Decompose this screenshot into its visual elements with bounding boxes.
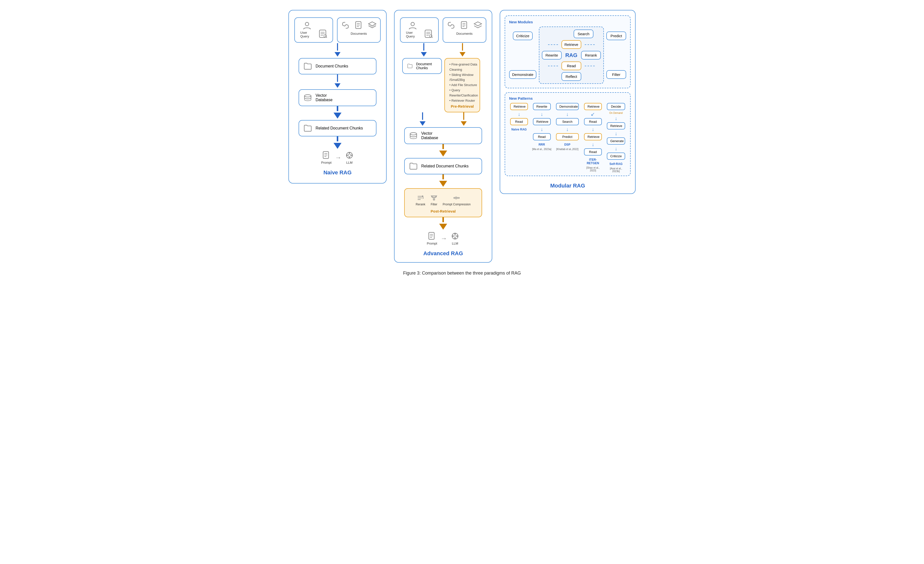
naive-arrow4 [333, 136, 342, 150]
naive-doc-chunks-box: Document Chunks [298, 58, 376, 74]
bullet2: • Sliding Window /Small2Big [449, 72, 478, 83]
reflect-row: Reflect [542, 72, 601, 81]
dashed-right-read [585, 66, 595, 66]
adv-rerank-icon-col: Rerank [416, 194, 425, 206]
adv-related-chunks-icon [409, 162, 418, 170]
dsp-predict-box: Predict [556, 133, 579, 140]
svg-point-19 [348, 154, 351, 156]
dsp-demonstrate-label: Demonstrate [560, 105, 578, 108]
naive-gray-arrow: → [335, 154, 342, 162]
selfrag-arrow-1: ↓ [615, 116, 617, 121]
adv-link-icon-col [447, 21, 456, 30]
selfrag-criticize-label: Criticize [610, 154, 622, 158]
iter-read1-box: Read [584, 118, 602, 125]
adv-document-icon [460, 21, 469, 30]
svg-point-56 [454, 235, 456, 237]
naive-rag-title: Naive RAG [323, 170, 352, 176]
predict-label: Predict [610, 34, 622, 38]
modular-rag-panel: New Modules Criticize Demonstrate [500, 10, 636, 194]
adv-pre-retrieval-bullets: • Fine-grained Data Cleaning • Sliding W… [449, 62, 478, 103]
adv-filter-label: Filter [431, 202, 438, 206]
adv-vector-db-box: VectorDatabase [404, 127, 482, 144]
reflect-box: Reflect [561, 72, 581, 81]
doc-icon-col [354, 21, 363, 30]
adv-post-retrieval-box: Rerank Filter [404, 188, 482, 217]
svg-point-63 [452, 236, 453, 237]
naive-llm-label: LLM [346, 161, 352, 165]
adv-blue-arrow1 [421, 43, 427, 58]
adv-prompt-label: Prompt [427, 242, 437, 245]
selfrag-pattern-label: Self-RAG [609, 162, 623, 166]
rrr-retrieve-box: Retrieve [533, 118, 551, 125]
adv-related-chunks-box: Related Document Chunks [404, 158, 482, 174]
naive-arrow-1: ↓ [518, 112, 520, 117]
naive-related-chunks-label: Related Document Chunks [315, 126, 363, 130]
criticize-label: Criticize [516, 34, 529, 38]
link-icon [341, 21, 350, 30]
adv-user-label: User Query [406, 31, 419, 38]
naive-llm-col: LLM [345, 151, 354, 165]
adv-doc-icon-col [460, 21, 469, 30]
adv-post-retrieval-label: Post-Retrieval [409, 209, 477, 213]
rrr-rewrite-label: Rewrite [536, 105, 547, 108]
adv-middle-row: Document Chunks • Fine-grained Data Clea… [402, 58, 484, 112]
rewrite-box: Rewrite [542, 51, 562, 60]
adv-link-icon [447, 21, 456, 30]
adv-prompt-llm-row: Prompt → LLM [427, 232, 459, 245]
naive-retrieve-box: Retrieve [510, 103, 528, 110]
pattern-dsp: Demonstrate ↓ Search ↓ Predict DSP [Khat… [555, 103, 580, 150]
adv-post-icons-row: Rerank Filter [409, 192, 477, 208]
selfrag-retrieve-label: Retrieve [610, 124, 622, 128]
adv-rerank-label: Rerank [416, 202, 425, 206]
reflect-label: Reflect [566, 74, 578, 79]
naive-prompt-col: Prompt [321, 151, 332, 165]
svg-line-34 [432, 37, 432, 38]
dsp-demonstrate-box: Demonstrate [556, 103, 579, 110]
adv-rerank-icon [417, 194, 424, 202]
svg-line-7 [345, 24, 346, 26]
naive-doc-icons [341, 21, 377, 30]
selfrag-generate-box: Generate [607, 137, 625, 145]
dsp-search-box: Search [556, 118, 579, 125]
iter-retrieve1-label: Retrieve [588, 105, 599, 108]
advanced-rag-title: Advanced RAG [423, 250, 463, 257]
adv-vector-db-icon [409, 132, 418, 140]
svg-point-62 [457, 236, 458, 237]
vector-db-icon [303, 93, 312, 102]
retrieve-label: Retrieve [564, 42, 578, 46]
search-box: Search [574, 30, 593, 38]
svg-point-0 [305, 22, 309, 26]
middle-modules-row: Rewrite RAG Rerank [542, 51, 601, 60]
new-modules-label: New Modules [509, 20, 626, 24]
naive-vector-db-label: VectorDatabase [315, 93, 333, 102]
layers-icon-col [368, 21, 377, 30]
layers-icon [368, 21, 377, 30]
rrr-read-label: Read [538, 135, 546, 139]
dsp-arrow-1: ↓ [566, 112, 568, 117]
adv-related-chunks-label: Related Document Chunks [421, 164, 468, 168]
adv-arrow3 [439, 144, 447, 158]
iter-read1-label: Read [589, 120, 597, 123]
adv-blue-arrow2 [420, 112, 426, 127]
read-box: Read [561, 62, 581, 70]
naive-arrow2 [334, 74, 340, 89]
selfrag-arrow-2: ↓ [615, 131, 617, 136]
adv-query-icon-col [424, 29, 433, 38]
adv-filter-icon-col: Filter [430, 194, 438, 206]
iter-arrow-2: ↓ [592, 127, 594, 132]
rrr-pattern-label: RRR [538, 143, 545, 146]
adv-doc-icons [447, 21, 482, 30]
dashed-right-retrieve [585, 44, 595, 45]
adv-llm-col: LLM [451, 232, 459, 245]
pattern-rrr: Rewrite ↓ Retrieve ↓ Read RRR [Ma et al.… [532, 103, 552, 150]
naive-prompt-llm-row: Prompt → LLM [321, 151, 354, 165]
svg-point-61 [454, 233, 456, 234]
dsp-arrow-2: ↓ [566, 127, 568, 132]
pattern-naive-rag: Retrieve ↓ Read Naive RAG [509, 103, 529, 131]
user-icon-col: User Query [300, 21, 314, 38]
svg-point-64 [454, 238, 456, 239]
adv-pre-retrieval-box: • Fine-grained Data Cleaning • Sliding W… [444, 58, 480, 112]
demonstrate-box: Demonstrate [509, 70, 536, 79]
svg-point-24 [349, 152, 350, 153]
svg-line-6 [326, 37, 327, 38]
